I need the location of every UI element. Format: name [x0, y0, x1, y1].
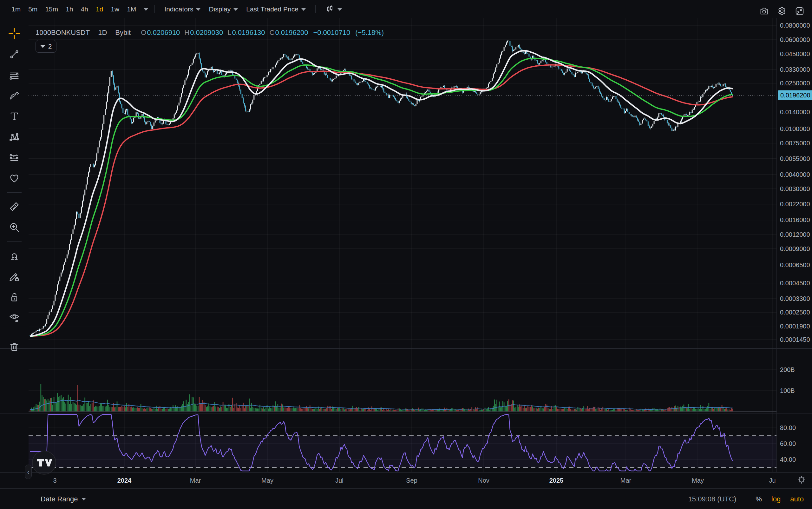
- magnet-tool[interactable]: [5, 247, 23, 265]
- timeframe-group: 1m5m15m1h4h1d1w1M: [8, 3, 140, 15]
- clock[interactable]: 15:09:08 (UTC): [688, 495, 737, 503]
- candlestick-style-icon: [325, 4, 334, 14]
- high-label: H: [184, 29, 189, 36]
- time-tick: Mar: [621, 477, 631, 484]
- brush-tool[interactable]: [5, 87, 23, 104]
- chevron-down-icon: [301, 8, 306, 11]
- time-tick: Nov: [478, 477, 489, 484]
- fib-retracement-tool[interactable]: [5, 66, 23, 84]
- emoji-tool[interactable]: [5, 169, 23, 187]
- percent-scale-toggle[interactable]: %: [755, 495, 762, 503]
- price-source-label: Last Traded Price: [246, 5, 298, 13]
- timezone-gear-icon[interactable]: [796, 474, 807, 486]
- time-tick: Sep: [406, 477, 417, 484]
- price-tick: 0.0100000: [780, 125, 810, 133]
- timeframe-4h[interactable]: 4h: [77, 3, 92, 15]
- price-tick: 0.0016000: [780, 216, 810, 224]
- sidebar-divider: [7, 332, 22, 332]
- timeframe-5m[interactable]: 5m: [25, 3, 41, 15]
- time-tick: 3: [53, 477, 57, 484]
- time-tick: Mar: [190, 477, 201, 484]
- indicators-menu[interactable]: Indicators: [161, 3, 204, 15]
- trading-chart-app: 1m5m15m1h4h1d1w1M Indicators Display Las…: [0, 0, 812, 509]
- bottom-bar: Date Range 15:09:08 (UTC) % log auto: [0, 489, 812, 509]
- collapsed-indicator-count: 2: [48, 42, 52, 50]
- change-value: −0.0010710: [313, 29, 350, 37]
- price-tick: 0.0004500: [780, 279, 810, 287]
- price-source-menu[interactable]: Last Traded Price: [243, 3, 309, 15]
- last-price-badge: 0.0196200: [778, 91, 812, 100]
- price-tick: 0.0022000: [780, 201, 810, 208]
- time-tick: Ju: [769, 477, 776, 484]
- price-tick: 0.0012000: [780, 231, 810, 238]
- tradingview-logo[interactable]: [32, 451, 56, 474]
- price-tick: 0.0002500: [780, 309, 810, 316]
- close-label: C: [270, 29, 275, 36]
- xabcd-pattern-tool[interactable]: [5, 128, 23, 146]
- open-value: 0.0206910: [147, 29, 180, 36]
- timeframe-15m[interactable]: 15m: [41, 3, 62, 15]
- zoom-in-tool[interactable]: [5, 218, 23, 236]
- chevron-down-icon: [196, 8, 201, 11]
- chart-canvas[interactable]: [0, 0, 812, 509]
- low-label: L: [227, 29, 231, 36]
- drawing-mode-tool[interactable]: [5, 268, 23, 285]
- minimize-icon[interactable]: [795, 6, 804, 16]
- pane-scale-tick: 40.00: [780, 456, 796, 463]
- timeframe-1d[interactable]: 1d: [92, 3, 107, 15]
- crosshair-tool[interactable]: [5, 25, 23, 42]
- toolbar-right-group: [760, 6, 806, 16]
- timeframe-1h[interactable]: 1h: [62, 3, 77, 15]
- log-scale-toggle[interactable]: log: [771, 495, 781, 503]
- lock-drawings-tool[interactable]: [5, 288, 23, 306]
- gear-icon[interactable]: [777, 6, 787, 16]
- time-axis[interactable]: 32024MarMayJulSepNov2025MarMayJu: [0, 472, 812, 489]
- bottom-bar-right: 15:09:08 (UTC) % log auto: [688, 495, 812, 504]
- symbol-name[interactable]: 1000BONKUSDT: [36, 29, 90, 37]
- text-tool-tool[interactable]: [5, 107, 23, 125]
- open-label: O: [141, 29, 146, 36]
- timeframe-1m[interactable]: 1m: [8, 3, 25, 15]
- trend-line-tool[interactable]: [5, 45, 23, 63]
- auto-scale-toggle[interactable]: auto: [790, 495, 804, 503]
- timeframe-1M[interactable]: 1M: [123, 3, 140, 15]
- remove-drawings-tool[interactable]: [5, 337, 23, 355]
- timeframe-1w[interactable]: 1w: [107, 3, 123, 15]
- time-tick: 2025: [550, 477, 564, 484]
- price-tick: 0.0330000: [780, 66, 810, 73]
- camera-icon[interactable]: [760, 6, 769, 16]
- display-menu[interactable]: Display: [206, 3, 241, 15]
- date-range-button[interactable]: Date Range: [41, 495, 86, 503]
- toolbar-separator: [154, 5, 155, 13]
- toolbar-left-group: 1m5m15m1h4h1d1w1M Indicators Display Las…: [8, 3, 345, 16]
- time-tick: May: [261, 477, 274, 484]
- toolbar-separator: [315, 5, 316, 13]
- price-axis[interactable]: 0.08000000.06000000.04500000.03300000.02…: [776, 18, 812, 472]
- ruler-tool[interactable]: [5, 198, 23, 215]
- ohlc-values: O0.0206910 H0.0209030 L0.0196130 C0.0196…: [141, 29, 384, 37]
- chevron-down-icon: [338, 8, 342, 11]
- price-tick: 0.0006500: [780, 261, 810, 268]
- chart-style-menu[interactable]: [322, 3, 345, 16]
- sidebar-divider: [7, 192, 22, 193]
- price-tick: 0.0001450: [780, 336, 810, 343]
- pane-scale-tick: 60.00: [780, 440, 796, 447]
- separator-dot: ·: [110, 30, 112, 36]
- indicators-collapse-button[interactable]: 2: [36, 40, 57, 53]
- high-value: 0.0209030: [190, 29, 223, 36]
- chevron-down-icon: [40, 45, 45, 48]
- symbol-interval: 1D: [98, 29, 107, 37]
- indicators-label: Indicators: [164, 5, 193, 13]
- pane-scale-tick: 100B: [780, 387, 795, 395]
- bottom-bar-separator: [746, 495, 746, 504]
- hide-drawings-tool[interactable]: [5, 309, 23, 327]
- change-percent: (−5.18%): [355, 29, 384, 37]
- top-toolbar: 1m5m15m1h4h1d1w1M Indicators Display Las…: [0, 0, 812, 18]
- pane-scale-tick: 80.00: [780, 424, 796, 432]
- price-tick: 0.0009000: [780, 245, 810, 252]
- separator-dot: ·: [93, 30, 95, 36]
- timeframe-dropdown-caret[interactable]: [144, 8, 148, 11]
- sidebar-divider: [7, 241, 22, 242]
- price-tick: 0.0450000: [780, 50, 810, 58]
- projection-tool[interactable]: [5, 148, 23, 166]
